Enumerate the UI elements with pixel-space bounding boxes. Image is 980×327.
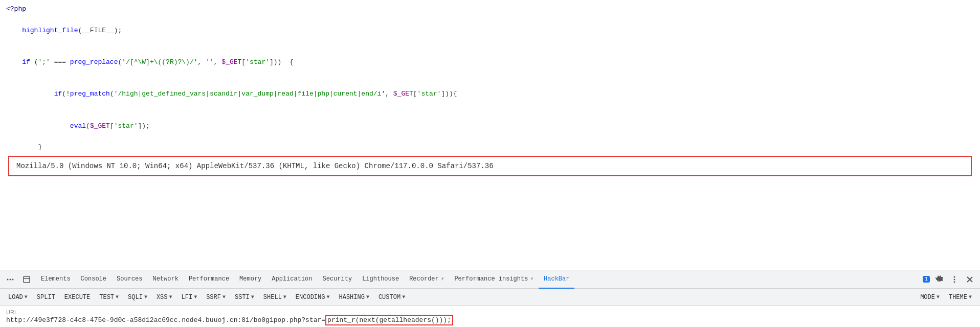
theme-dropdown-arrow: ▼ xyxy=(969,294,972,300)
ssti-button[interactable]: SSTI ▼ xyxy=(231,292,258,303)
devtools-menu-icon[interactable] xyxy=(3,272,17,287)
performance-insights-icon: ⚡ xyxy=(530,275,533,282)
devtools-inspect-icon[interactable] xyxy=(19,272,34,287)
notification-badge: 1 xyxy=(923,276,930,283)
hashing-button[interactable]: HASHING ▼ xyxy=(335,292,373,303)
svg-rect-3 xyxy=(24,276,30,283)
tab-security[interactable]: Security xyxy=(318,270,358,289)
theme-button[interactable]: THEME ▼ xyxy=(945,292,976,303)
split-button[interactable]: SPLIT xyxy=(33,292,59,303)
more-options-button[interactable] xyxy=(947,272,962,287)
svg-point-7 xyxy=(954,281,955,283)
mode-dropdown-arrow: ▼ xyxy=(937,294,940,300)
svg-point-2 xyxy=(12,278,14,280)
sqli-button[interactable]: SQLI ▼ xyxy=(124,292,151,303)
code-line-3: if (';' === preg_replace('/[^\W]+\((?R)?… xyxy=(6,46,974,78)
custom-dropdown-arrow: ▼ xyxy=(402,294,405,300)
code-line-2: highlight_file(__FILE__); xyxy=(6,15,974,46)
devtools-tabs-row: Elements Console Sources Network Perform… xyxy=(0,270,980,289)
url-value[interactable]: http://49e3f728-c4c8-475e-9d0c-a58d12ac6… xyxy=(6,316,974,324)
tab-elements[interactable]: Elements xyxy=(36,270,76,289)
settings-button[interactable] xyxy=(932,272,946,287)
encoding-dropdown-arrow: ▼ xyxy=(326,294,329,300)
code-line-5: eval($_GET['star']); xyxy=(6,110,974,142)
sqli-dropdown-arrow: ▼ xyxy=(144,294,147,300)
tab-lighthouse[interactable]: Lighthouse xyxy=(357,270,404,289)
tab-application[interactable]: Application xyxy=(266,270,317,289)
tab-performance[interactable]: Performance xyxy=(184,270,234,289)
tab-network[interactable]: Network xyxy=(147,270,183,289)
svg-point-1 xyxy=(10,278,11,280)
url-highlight[interactable]: print_r(next(getallheaders())); xyxy=(325,315,453,325)
code-line-1: <?php xyxy=(6,4,974,15)
custom-button[interactable]: CUSTOM ▼ xyxy=(374,292,409,303)
test-dropdown-arrow: ▼ xyxy=(116,294,119,300)
ssrf-button[interactable]: SSRF ▼ xyxy=(202,292,230,303)
shell-dropdown-arrow: ▼ xyxy=(283,294,286,300)
close-devtools-button[interactable] xyxy=(963,272,977,287)
code-function: highlight_file xyxy=(22,27,78,34)
load-dropdown-arrow: ▼ xyxy=(25,294,28,300)
tab-recorder[interactable]: Recorder ⚡ xyxy=(404,270,449,289)
tab-console[interactable]: Console xyxy=(76,270,112,289)
xss-dropdown-arrow: ▼ xyxy=(169,294,172,300)
user-agent-display: Mozilla/5.0 (Windows NT 10.0; Win64; x64… xyxy=(8,156,972,176)
shell-button[interactable]: SHELL ▼ xyxy=(259,292,291,303)
tab-hackbar[interactable]: HackBar xyxy=(539,270,574,289)
ssrf-dropdown-arrow: ▼ xyxy=(222,294,226,300)
devtools-panel: Elements Console Sources Network Perform… xyxy=(0,270,980,327)
tab-performance-insights[interactable]: Performance insights ⚡ xyxy=(449,270,539,289)
code-line-6: } xyxy=(6,142,974,153)
svg-point-5 xyxy=(954,276,955,277)
load-button[interactable]: LOAD ▼ xyxy=(4,292,32,303)
recorder-icon: ⚡ xyxy=(441,275,444,282)
url-prefix: http://49e3f728-c4c8-475e-9d0c-a58d12ac6… xyxy=(6,316,325,324)
mode-button[interactable]: MODE ▼ xyxy=(916,292,944,303)
tab-memory[interactable]: Memory xyxy=(234,270,266,289)
lfi-dropdown-arrow: ▼ xyxy=(194,294,197,300)
xss-button[interactable]: XSS ▼ xyxy=(152,292,176,303)
svg-point-0 xyxy=(7,278,9,280)
ssti-dropdown-arrow: ▼ xyxy=(251,294,254,300)
code-line-4: if(!preg_match('/high|get_defined_vars|s… xyxy=(6,79,974,110)
test-button[interactable]: TEST ▼ xyxy=(95,292,123,303)
url-row: URL http://49e3f728-c4c8-475e-9d0c-a58d1… xyxy=(0,306,980,327)
url-label: URL xyxy=(6,309,974,315)
svg-point-6 xyxy=(954,278,955,280)
lfi-button[interactable]: LFI ▼ xyxy=(177,292,202,303)
devtools-right-controls: 1 xyxy=(923,272,977,287)
encoding-button[interactable]: ENCODING ▼ xyxy=(292,292,334,303)
hackbar-toolbar: LOAD ▼ SPLIT EXECUTE TEST ▼ SQLI ▼ XSS ▼… xyxy=(0,289,980,306)
execute-button[interactable]: EXECUTE xyxy=(60,292,94,303)
code-if: if xyxy=(22,58,30,66)
hashing-dropdown-arrow: ▼ xyxy=(366,294,369,300)
code-area: <?php highlight_file(__FILE__); if (';' … xyxy=(0,0,980,270)
tab-sources[interactable]: Sources xyxy=(112,270,147,289)
